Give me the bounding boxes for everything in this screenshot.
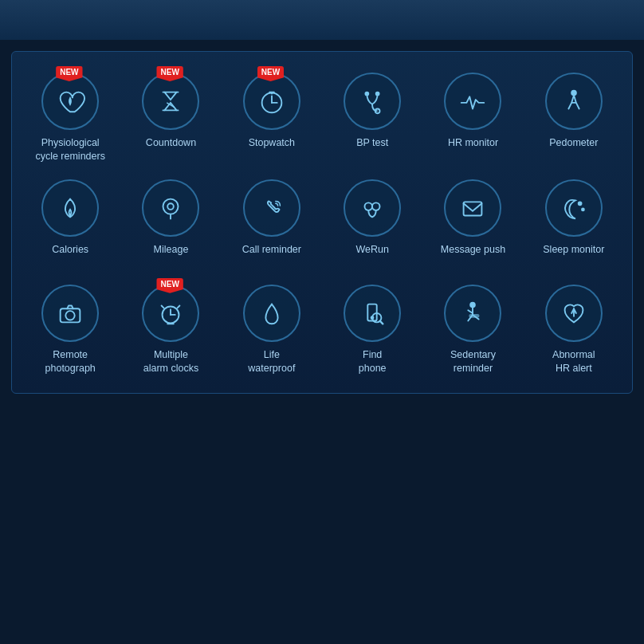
icon-sitting xyxy=(444,285,501,342)
feature-item-countdown: NEWCountdown xyxy=(120,68,221,167)
feature-label-stopwatch: Stopwatch xyxy=(249,136,295,162)
features-grid: NEWPhysiological cycle remindersNEWCount… xyxy=(20,68,624,379)
feature-label-physiological: Physiological cycle reminders xyxy=(35,136,105,163)
icon-phone xyxy=(243,179,300,237)
feature-label-find-phone: Find phone xyxy=(359,348,387,375)
svg-rect-11 xyxy=(464,202,482,215)
page-header xyxy=(0,0,644,40)
feature-label-remote-photo: Remote photograph xyxy=(45,348,96,375)
icon-drop xyxy=(243,285,300,342)
feature-label-hr-monitor: HR monitor xyxy=(448,136,498,162)
feature-item-physiological: NEWPhysiological cycle reminders xyxy=(20,68,120,167)
icon-heartrate xyxy=(444,73,501,130)
icon-alarm xyxy=(142,285,199,342)
svg-point-13 xyxy=(582,208,584,210)
feature-item-pedometer: Pedometer xyxy=(524,68,624,167)
feature-label-sleep-monitor: Sleep monitor xyxy=(543,243,604,269)
svg-rect-25 xyxy=(470,315,479,317)
feature-label-message-push: Message push xyxy=(441,243,505,269)
icon-envelope xyxy=(444,179,501,237)
feature-item-waterproof: Life waterproof xyxy=(222,280,322,379)
feature-item-stopwatch: NEWStopwatch xyxy=(222,68,322,167)
feature-label-hr-alert: Abnormal HR alert xyxy=(552,348,595,375)
icon-stopwatch xyxy=(243,73,300,130)
icon-heart-up xyxy=(545,285,603,342)
feature-label-bp-test: BP test xyxy=(356,136,388,162)
icon-findphone xyxy=(344,285,401,342)
feature-label-alarm-clocks: Multiple alarm clocks xyxy=(143,348,198,375)
icon-flame xyxy=(41,179,99,237)
feature-label-sedentary: Sedentary reminder xyxy=(450,348,496,375)
feature-item-werun: WeRun xyxy=(322,175,422,272)
icon-werun xyxy=(344,179,401,237)
feature-item-sleep-monitor: Sleep monitor xyxy=(524,175,624,272)
icon-hourglass xyxy=(142,73,199,130)
feature-label-waterproof: Life waterproof xyxy=(248,348,295,375)
feature-item-message-push: Message push xyxy=(422,175,523,272)
feature-item-hr-alert: Abnormal HR alert xyxy=(524,280,624,379)
feature-label-call-reminder: Call reminder xyxy=(242,243,301,269)
icon-camera xyxy=(41,285,99,342)
feature-label-werun: WeRun xyxy=(355,243,388,269)
icon-location xyxy=(142,179,199,237)
feature-label-countdown: Countdown xyxy=(146,136,196,162)
icon-heart-drop xyxy=(41,73,99,130)
feature-item-bp-test: BP test xyxy=(322,68,422,167)
feature-label-pedometer: Pedometer xyxy=(549,136,598,162)
icon-walk xyxy=(545,73,603,130)
svg-point-10 xyxy=(372,202,380,210)
feature-label-calories: Calories xyxy=(52,243,88,269)
features-grid-container: NEWPhysiological cycle remindersNEWCount… xyxy=(11,51,633,394)
feature-item-sedentary: Sedentary reminder xyxy=(422,280,523,379)
svg-point-4 xyxy=(366,92,369,96)
icon-stethoscope xyxy=(344,73,401,130)
feature-item-remote-photo: Remote photograph xyxy=(20,280,120,379)
svg-point-9 xyxy=(365,202,373,210)
feature-item-call-reminder: Call reminder xyxy=(222,175,322,272)
feature-item-calories: Calories xyxy=(20,175,120,272)
svg-point-12 xyxy=(579,202,582,205)
svg-line-23 xyxy=(380,320,383,324)
svg-point-15 xyxy=(65,311,74,320)
feature-item-find-phone: Find phone xyxy=(322,280,422,379)
svg-point-5 xyxy=(376,92,379,96)
feature-label-mileage: Mileage xyxy=(154,243,189,269)
icon-moon xyxy=(545,179,603,237)
feature-item-hr-monitor: HR monitor xyxy=(422,68,523,167)
feature-item-alarm-clocks: NEWMultiple alarm clocks xyxy=(120,280,221,379)
svg-point-8 xyxy=(168,203,175,210)
feature-item-mileage: Mileage xyxy=(120,175,221,272)
